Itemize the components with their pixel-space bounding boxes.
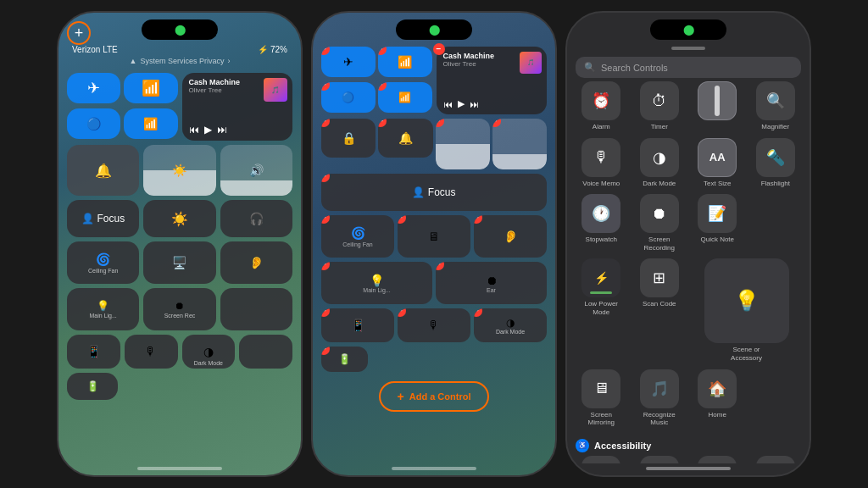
remote-edit[interactable]: − 📱 (321, 308, 394, 342)
play-button-1[interactable]: ▶ (204, 124, 212, 136)
live-speech-icon-btn[interactable]: 💬 (756, 456, 795, 463)
remove-fan[interactable]: − (321, 215, 330, 224)
low-power-icon-btn[interactable]: ⚡ (581, 258, 620, 297)
remove-cell[interactable]: − (378, 82, 387, 91)
text-size-icon-btn[interactable]: AA (698, 138, 737, 177)
music-tile-1[interactable]: 🎵 Cash Machine Oliver Tree ⏮ ▶ ⏭ (182, 73, 293, 141)
battery-tile-edit[interactable]: − 🔋 (321, 347, 368, 372)
focus-tile-edit[interactable]: − 👤 Focus (321, 174, 547, 211)
ctrl-assistive: ⊡ AssistiveAccess (634, 456, 686, 463)
voice-edit[interactable]: − 🎙 (398, 308, 470, 342)
privacy-text: System Services Privacy (140, 57, 224, 65)
ear-tile-edit[interactable]: − 👂 (474, 215, 547, 258)
remote-tile-1[interactable]: 📱 (67, 335, 120, 369)
cell-tile-edit[interactable]: − 📶 (378, 82, 432, 113)
controls-row2: 🎙 Voice Memo ◑ Dark Mode AA Text Size 🔦 … (576, 138, 801, 188)
scene-icon-btn[interactable]: 💡 (704, 258, 789, 343)
assistive-icon-btn[interactable]: ⊡ (640, 456, 679, 463)
flashlight-icon-btn[interactable]: 🔦 (756, 138, 795, 177)
home-icon-btn[interactable]: 🏠 (698, 369, 737, 408)
airpods-tile-1[interactable]: 🎧 (220, 200, 292, 237)
rec-music-icon-btn[interactable]: 🎵 (640, 369, 679, 408)
voice-memo-tile-1[interactable]: 🎙 (125, 335, 178, 369)
ctrl-rec-music: 🎵 RecognizeMusic (634, 369, 686, 427)
next-btn-edit[interactable]: ⏭ (470, 99, 479, 109)
dark-mode-tile-1[interactable]: ◑ Dark Mode (182, 335, 236, 369)
brightness-edit[interactable]: − (436, 119, 490, 169)
stopwatch-icon-btn[interactable]: 🕐 (581, 194, 620, 233)
remove-airplane[interactable]: − (321, 47, 330, 55)
add-control-button-edit[interactable]: + Add a Control (379, 381, 490, 412)
control-center-2: − ✈ − 📶 − 🔵 − 📶 − 🎵 (313, 43, 555, 463)
dark-mode-icon-btn[interactable]: ◑ (640, 138, 679, 177)
remove-wifi2[interactable]: − (321, 82, 330, 91)
screen-rec-icon-btn[interactable]: ⏺ (640, 194, 679, 233)
next-button-1[interactable]: ⏭ (217, 124, 227, 136)
magnifier-icon-btn[interactable]: 🔍 (756, 81, 795, 120)
wifi-tile-edit[interactable]: − 📶 (378, 47, 432, 77)
ceiling-fan-tile[interactable]: 🌀 Ceiling Fan (67, 241, 139, 284)
brightness-icon-btn[interactable] (698, 81, 737, 120)
dark-mode-edit[interactable]: − ◑ Dark Mode (474, 308, 547, 342)
remove-recording[interactable]: − (436, 262, 444, 270)
bottom-row-edit: − 📱 − 🎙 − ◑ Dark Mode (321, 308, 547, 342)
music-tile-edit[interactable]: − 🎵 Cash Machine Oliver Tree ⏮ ▶ ⏭ (437, 47, 548, 114)
home-row2-edit: − 💡 Main Lig... − ⏺ Ear (321, 262, 547, 304)
remove-wifi[interactable]: − (378, 47, 387, 55)
screen-mirror-icon-btn[interactable]: 🖥 (581, 369, 620, 408)
remove-voice[interactable]: − (398, 308, 406, 317)
sun-tile[interactable]: ☀️ (143, 200, 215, 237)
timer-icon-btn[interactable]: ⏱ (640, 81, 679, 120)
battery-tile[interactable]: 🔋 (67, 373, 118, 400)
add-control-button[interactable]: + (67, 21, 91, 45)
acc-shortcuts-icon-btn[interactable]: ♿ (581, 456, 620, 463)
volume-edit[interactable]: − (492, 119, 547, 169)
play-btn-edit[interactable]: ▶ (458, 98, 465, 109)
focus-tile-1[interactable]: 👤 Focus (67, 200, 139, 237)
volume-slider[interactable]: 🔊 (220, 145, 292, 196)
screen-recording-tile-1[interactable]: ⏺ Screen Rec (143, 288, 215, 330)
mute-tile[interactable]: 🔔 (67, 145, 139, 196)
screen-mirror-tile-1[interactable]: 🖥️ (143, 241, 215, 284)
screen-mirror-edit[interactable]: − 🖥 (398, 215, 470, 258)
scan-code-icon-btn[interactable]: ⊞ (640, 258, 679, 297)
wifi-tile[interactable]: 📶 (124, 73, 177, 103)
remove-brightness[interactable]: − (436, 119, 444, 127)
guided-icon-btn[interactable]: ⊙ (698, 456, 737, 463)
remove-lock[interactable]: − (321, 119, 330, 127)
remove-mute[interactable]: − (378, 119, 387, 127)
prev-btn-edit[interactable]: ⏮ (443, 99, 453, 109)
wifi2-tile-edit[interactable]: − 🔵 (321, 82, 376, 113)
activity-icon-3: ⬤ (683, 24, 694, 36)
alarm-icon-btn[interactable]: ⏰ (581, 81, 620, 120)
lock-tile-edit[interactable]: − 🔒 (321, 119, 376, 158)
ear-tile[interactable]: 👂 (220, 241, 292, 284)
quick-note-icon-btn[interactable]: 📝 (698, 194, 737, 233)
ctrl-guided: ⊙ GuidedAccess (692, 456, 743, 463)
remove-music[interactable]: − (433, 43, 445, 55)
search-bar[interactable]: 🔍 Search Controls (576, 57, 801, 78)
remove-battery[interactable]: − (321, 347, 330, 355)
remove-mirror[interactable]: − (398, 215, 406, 224)
wifi2-tile[interactable]: 🔵 (67, 108, 120, 139)
brightness-slider[interactable]: ☀️ (143, 145, 215, 196)
cell-tile[interactable]: 📶 (124, 108, 177, 139)
remove-focus[interactable]: − (321, 174, 330, 182)
ctrl-low-power: ⚡ Low PowerMode (576, 258, 627, 316)
prev-button-1[interactable]: ⏮ (189, 124, 199, 136)
remove-volume[interactable]: − (492, 119, 501, 127)
mute-tile-edit[interactable]: − 🔔 (378, 119, 432, 158)
ceiling-fan-edit[interactable]: − 🌀 Ceiling Fan (321, 215, 394, 258)
screen-recording-edit[interactable]: − ⏺ Ear (436, 262, 547, 304)
remove-dark[interactable]: − (474, 308, 482, 317)
airplane-tile-edit[interactable]: − ✈ (321, 47, 376, 77)
main-light-tile[interactable]: 💡 Main Lig... (67, 288, 139, 330)
music-art-1: 🎵 (264, 78, 287, 102)
accessibility-header: ♿ Accessibility (576, 434, 801, 456)
airplane-tile[interactable]: ✈ (67, 73, 120, 103)
remove-light[interactable]: − (321, 262, 330, 270)
voice-memo-icon-btn[interactable]: 🎙 (581, 138, 620, 177)
main-light-edit[interactable]: − 💡 Main Lig... (321, 262, 432, 304)
remove-remote[interactable]: − (321, 308, 330, 317)
remove-ear[interactable]: − (474, 215, 482, 224)
